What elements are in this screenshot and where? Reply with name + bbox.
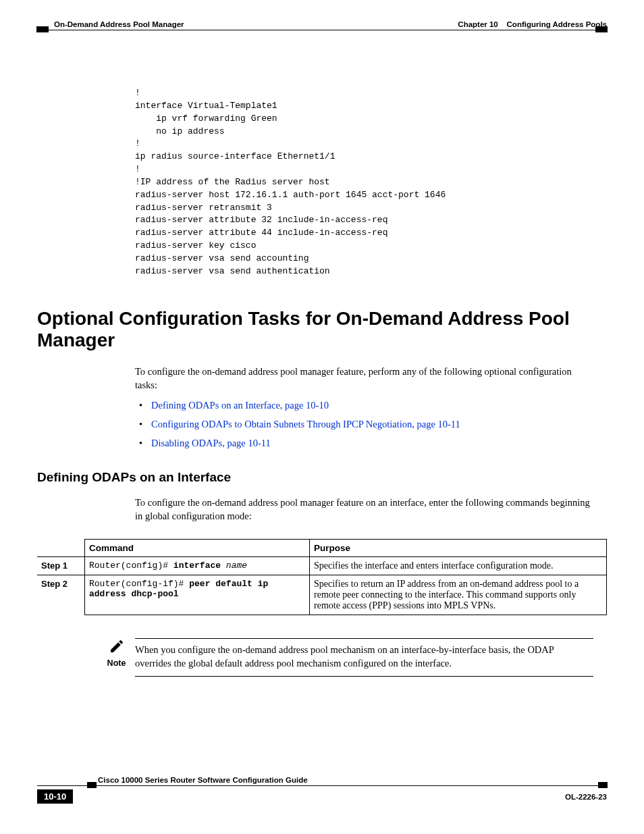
running-header: On-Demand Address Pool Manager Chapter 1… [37,20,607,28]
purpose-cell: Specifies the interface and enters inter… [310,557,607,575]
col-header-purpose: Purpose [310,540,607,557]
step-cell: Step 1 [37,557,85,575]
intro-paragraph: To configure the on-demand address pool … [135,365,593,392]
table-row: Step 2 Router(config-if)# peer default i… [37,575,607,615]
note-label: Note [98,658,135,668]
subsection-heading: Defining ODAPs on an Interface [37,470,607,485]
task-link-list: Defining ODAPs on an Interface, page 10-… [135,398,607,450]
header-chapter: Chapter 10 Configuring Address Pools [458,20,607,28]
note-text: When you configure the on-demand address… [135,638,593,677]
header-rule [37,30,607,31]
page: On-Demand Address Pool Manager Chapter 1… [0,0,644,677]
command-table: Command Purpose Step 1 Router(config)# i… [37,539,607,615]
xref-link[interactable]: Disabling ODAPs, page 10-11 [151,438,271,448]
note-block: Note When you configure the on-demand ad… [98,638,607,677]
chapter-label: Chapter 10 [458,20,498,28]
pencil-icon [109,638,125,654]
doc-id: OL-2226-23 [565,793,607,801]
note-label-col: Note [98,638,135,668]
xref-link[interactable]: Configuring ODAPs to Obtain Subnets Thro… [151,419,460,429]
cmd-arg: name [221,561,247,571]
step-cell: Step 2 [37,575,85,615]
list-item: Disabling ODAPs, page 10-11 [135,436,607,451]
cmd-keyword: interface [173,561,221,571]
list-item: Configuring ODAPs to Obtain Subnets Thro… [135,417,607,432]
xref-link[interactable]: Defining ODAPs on an Interface, page 10-… [151,400,329,411]
header-section: On-Demand Address Pool Manager [37,20,184,28]
col-header-command: Command [85,540,310,557]
col-header-step [37,540,85,557]
chapter-title: Configuring Address Pools [507,20,607,28]
page-number: 10-10 [37,789,73,804]
page-footer: Cisco 10000 Series Router Software Confi… [37,776,607,804]
cmd-prompt: Router(config-if)# [89,579,189,589]
cmd-prompt: Router(config)# [89,561,173,571]
list-item: Defining ODAPs on an Interface, page 10-… [135,398,607,413]
command-cell: Router(config-if)# peer default ip addre… [85,575,310,615]
table-row: Step 1 Router(config)# interface name Sp… [37,557,607,575]
config-code-block: ! interface Virtual-Template1 ip vrf for… [135,87,607,278]
section-heading: Optional Configuration Tasks for On-Dema… [37,308,607,351]
subsection-intro: To configure the on-demand address pool … [135,496,593,523]
footer-guide-title: Cisco 10000 Series Router Software Confi… [98,776,308,784]
purpose-cell: Specifies to return an IP address from a… [310,575,607,615]
command-cell: Router(config)# interface name [85,557,310,575]
